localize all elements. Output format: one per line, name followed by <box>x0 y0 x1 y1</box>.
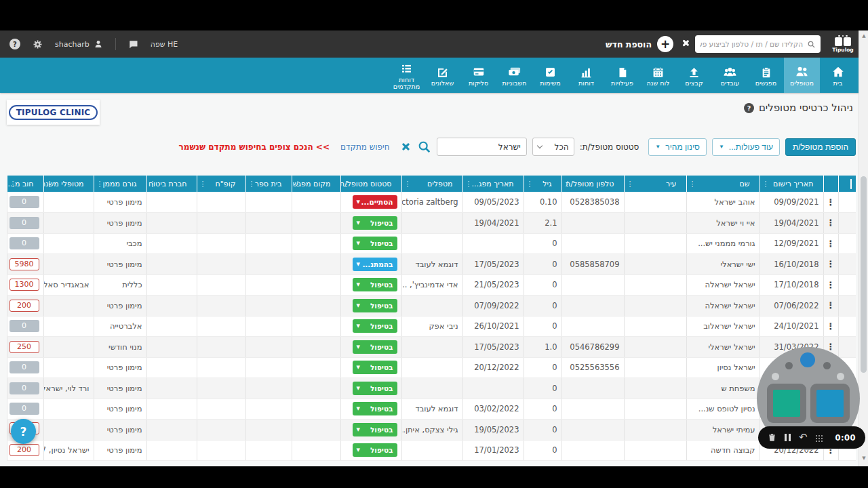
nav-item-tasks[interactable]: משימות <box>532 58 568 93</box>
row-menu-icon[interactable]: ⋮ <box>823 274 838 296</box>
nav-item-questionnaires[interactable]: שאלונים <box>425 58 460 93</box>
column-menu-icon[interactable]: ⋮ <box>96 180 104 188</box>
run-search-icon[interactable] <box>418 140 431 154</box>
column-menu-icon[interactable]: ⋮ <box>762 180 770 188</box>
scroll-down-icon[interactable]: ▼ <box>859 455 868 461</box>
row-menu-icon[interactable]: ⋮ <box>823 192 838 213</box>
language-selector[interactable]: שפה HE <box>151 40 178 49</box>
cell-reg_date: 24/10/2021 <box>760 316 823 337</box>
column-menu-icon[interactable]: ⋮ <box>248 180 256 188</box>
status-badge[interactable]: בטיפול▼ <box>353 340 397 354</box>
table-row: ⋮07/06/2022ישראל ישראלה007/09/2022בטיפול… <box>7 296 856 317</box>
column-menu-icon[interactable]: ⋮ <box>343 180 351 188</box>
cell-name: נסיון לטופס שנ... <box>686 399 760 420</box>
recorder-undo-icon[interactable]: ↶ <box>799 432 808 443</box>
cell-hmo <box>197 357 245 378</box>
cell-phone: 0546786299 <box>561 337 624 358</box>
row-menu-icon[interactable]: ⋮ <box>823 296 838 317</box>
nav-item-home[interactable]: בית <box>820 58 856 93</box>
chat-icon[interactable] <box>128 39 138 49</box>
advanced-search-link[interactable]: חיפוש מתקדם <box>340 142 390 152</box>
nav-item-files[interactable]: קבצים <box>676 58 712 93</box>
global-search-input[interactable] <box>700 40 803 48</box>
more-actions-dropdown[interactable]: עוד פעולות...▼ <box>712 138 780 156</box>
recorder-delete-icon[interactable] <box>768 433 776 442</box>
clear-search-icon[interactable] <box>401 142 410 151</box>
column-menu-icon[interactable]: ⋮ <box>149 180 157 188</box>
column-menu-icon[interactable]: ⋮ <box>627 180 634 188</box>
column-menu-icon[interactable]: ⋮ <box>404 180 412 188</box>
nav-item-patients[interactable]: מטופלים <box>784 58 820 93</box>
status-badge[interactable]: בהמתנ...▼ <box>353 258 397 271</box>
nav-item-billing[interactable]: סליקות <box>460 58 496 93</box>
scroll-up-icon[interactable]: ▲ <box>859 33 868 39</box>
scrollbar-thumb[interactable] <box>861 176 867 373</box>
employees-icon <box>723 64 737 79</box>
patient-search-input[interactable] <box>437 138 527 156</box>
debt-badge: 250 <box>9 341 39 353</box>
status-badge[interactable]: בטיפול▼ <box>353 278 397 291</box>
add-new-button[interactable]: הוספת חדש + <box>606 36 673 52</box>
cell-hmo <box>197 420 245 441</box>
cell-therapists <box>401 296 462 317</box>
nav-item-reports[interactable]: דוחות <box>568 58 604 93</box>
column-menu-icon[interactable]: ⋮ <box>9 180 17 188</box>
user-menu[interactable]: shacharb <box>55 39 103 49</box>
quick-filter-dropdown[interactable]: סינון מהיר▼ <box>648 138 707 156</box>
nav-item-advanced-reports[interactable]: דוחות מתקדמים <box>389 58 425 93</box>
col-header-phone: טלפון מטופל/ת⋮ <box>561 176 624 192</box>
cell-meet_place <box>292 357 340 378</box>
status-badge[interactable]: בטיפול▼ <box>353 443 397 457</box>
cell-meet_place <box>292 337 340 358</box>
status-badge[interactable]: בטיפול▼ <box>353 361 397 374</box>
cell-sub_patients <box>43 233 94 254</box>
content-area: TIPULOG CLINIC ניהול כרטיסי מטופלים ? הו… <box>0 93 868 466</box>
status-badge[interactable]: בטיפול▼ <box>353 423 397 436</box>
column-menu-icon[interactable]: ⋮ <box>199 180 207 188</box>
status-badge[interactable]: בטיפול▼ <box>353 402 397 415</box>
status-badge[interactable]: בטיפול▼ <box>353 299 397 312</box>
chevron-down-icon: ▼ <box>357 344 360 350</box>
nav-item-meetings[interactable]: מפגשים <box>748 58 784 93</box>
col-header-select[interactable] <box>838 176 856 192</box>
cell-meet_date: 17/05/2023 <box>462 337 524 358</box>
help-bubble-button[interactable]: ? <box>11 419 36 444</box>
row-menu-icon[interactable]: ⋮ <box>823 213 838 234</box>
nav-item-activities[interactable]: פעילויות <box>604 58 640 93</box>
column-menu-icon[interactable]: ⋮ <box>46 180 54 188</box>
column-menu-icon[interactable]: ⋮ <box>526 180 534 188</box>
cell-meet_date: 26/10/2021 <box>462 316 524 337</box>
row-menu-icon[interactable]: ⋮ <box>823 233 838 254</box>
cell-city <box>624 440 686 461</box>
clear-global-search-icon[interactable] <box>682 39 689 49</box>
cell-status: בטיפול▼ <box>340 378 401 399</box>
cell-meet_date <box>462 233 524 254</box>
column-menu-icon[interactable]: ⋮ <box>689 180 696 188</box>
table-row: ⋮17/10/2018ישראל ישראלה021/05/2023אדי אד… <box>7 274 856 296</box>
status-badge[interactable]: בטיפול▼ <box>353 216 397 230</box>
status-badge[interactable]: בטיפול▼ <box>353 237 397 250</box>
title-help-icon[interactable]: ? <box>744 103 754 113</box>
status-badge[interactable]: בטיפול▼ <box>353 382 397 395</box>
cell-meet_date: 21/05/2023 <box>462 274 524 296</box>
recorder-drag-handle-icon[interactable] <box>816 435 817 436</box>
vertical-scrollbar[interactable]: ▲ ▼ <box>859 30 868 466</box>
row-menu-icon[interactable]: ⋮ <box>823 254 838 275</box>
nav-item-calendar[interactable]: לוח שנה <box>640 58 676 93</box>
status-filter-select[interactable]: הכל <box>532 138 574 156</box>
column-menu-icon[interactable]: ⋮ <box>564 180 572 188</box>
settings-gear-icon[interactable] <box>33 39 43 49</box>
row-menu-icon[interactable]: ⋮ <box>823 316 838 337</box>
cell-hmo <box>197 233 245 254</box>
nav-item-employees[interactable]: עובדים <box>712 58 748 93</box>
column-menu-icon[interactable]: ⋮ <box>465 180 473 188</box>
column-menu-icon[interactable]: ⋮ <box>294 180 302 188</box>
recorder-pause-icon[interactable] <box>785 434 791 441</box>
help-icon[interactable]: ? <box>9 39 20 49</box>
select-all-checkbox[interactable] <box>850 179 852 189</box>
status-badge[interactable]: בטיפול▼ <box>353 319 397 333</box>
add-patient-button[interactable]: הוספת מטופל/ת <box>785 138 856 156</box>
cell-city <box>624 274 686 296</box>
status-badge[interactable]: הסתיים...▼ <box>353 195 397 209</box>
nav-item-invoices[interactable]: חשבוניות <box>496 58 532 93</box>
